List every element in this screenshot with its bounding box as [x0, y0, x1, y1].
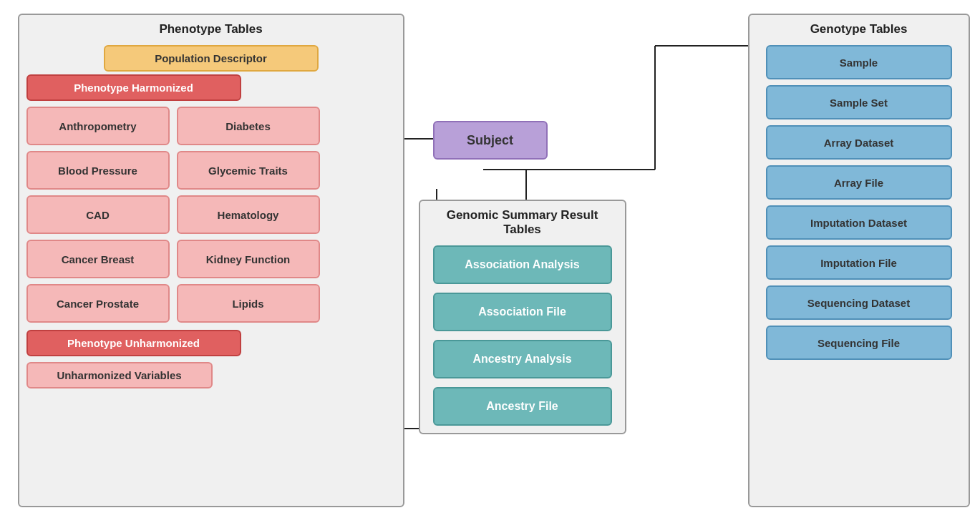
- subject-box[interactable]: Subject: [433, 121, 548, 160]
- phenotype-harmonized-box[interactable]: Phenotype Harmonized: [26, 74, 241, 101]
- sequencing-dataset-box[interactable]: Sequencing Dataset: [766, 285, 952, 320]
- phenotype-panel: Phenotype Tables Population Descriptor P…: [18, 14, 404, 507]
- genotype-panel: Genotype Tables Sample Sample Set Array …: [748, 14, 970, 507]
- genomic-panel: Genomic Summary Result Tables Associatio…: [419, 200, 626, 434]
- phenotype-panel-title: Phenotype Tables: [26, 22, 396, 36]
- list-item[interactable]: Blood Pressure: [26, 151, 170, 190]
- list-item[interactable]: Cancer Breast: [26, 240, 170, 278]
- genotype-panel-title: Genotype Tables: [757, 22, 961, 36]
- diagram-wrapper: Phenotype Tables Population Descriptor P…: [11, 6, 970, 522]
- list-item[interactable]: Cancer Prostate: [26, 284, 170, 323]
- array-dataset-box[interactable]: Array Dataset: [766, 125, 952, 160]
- imputation-file-box[interactable]: Imputation File: [766, 245, 952, 280]
- list-item[interactable]: Lipids: [177, 284, 320, 323]
- genomic-items: Association Analysis Association File An…: [427, 245, 618, 426]
- pop-desc-row: Population Descriptor: [26, 45, 396, 72]
- genotype-items: Sample Sample Set Array Dataset Array Fi…: [757, 45, 961, 360]
- genomic-panel-title: Genomic Summary Result Tables: [427, 208, 618, 237]
- left-col: Anthropometry Blood Pressure CAD Cancer …: [26, 107, 170, 323]
- list-item[interactable]: Glycemic Traits: [177, 151, 320, 190]
- population-descriptor-box[interactable]: Population Descriptor: [104, 45, 319, 72]
- sample-box[interactable]: Sample: [766, 45, 952, 79]
- list-item[interactable]: Hematology: [177, 195, 320, 234]
- sample-set-box[interactable]: Sample Set: [766, 85, 952, 119]
- pheno-unharmonized-row: Phenotype Unharmonized: [26, 330, 396, 356]
- unharm-vars-row: Unharmonized Variables: [26, 362, 396, 388]
- right-col: Diabetes Glycemic Traits Hematology Kidn…: [177, 107, 320, 323]
- array-file-box[interactable]: Array File: [766, 165, 952, 200]
- association-analysis-box[interactable]: Association Analysis: [433, 245, 612, 284]
- imputation-dataset-box[interactable]: Imputation Dataset: [766, 205, 952, 240]
- list-item[interactable]: Diabetes: [177, 107, 320, 145]
- list-item[interactable]: CAD: [26, 195, 170, 234]
- ancestry-analysis-box[interactable]: Ancestry Analysis: [433, 340, 612, 378]
- list-item[interactable]: Anthropometry: [26, 107, 170, 145]
- phenotype-unharmonized-box[interactable]: Phenotype Unharmonized: [26, 330, 241, 356]
- association-file-box[interactable]: Association File: [433, 293, 612, 331]
- list-item[interactable]: Kidney Function: [177, 240, 320, 278]
- sequencing-file-box[interactable]: Sequencing File: [766, 326, 952, 360]
- sub-items-container: Anthropometry Blood Pressure CAD Cancer …: [26, 107, 396, 323]
- pheno-harmonized-row: Phenotype Harmonized: [26, 74, 396, 101]
- ancestry-file-box[interactable]: Ancestry File: [433, 387, 612, 426]
- subject-section: Subject: [433, 121, 548, 160]
- unharmonized-variables-box[interactable]: Unharmonized Variables: [26, 362, 213, 388]
